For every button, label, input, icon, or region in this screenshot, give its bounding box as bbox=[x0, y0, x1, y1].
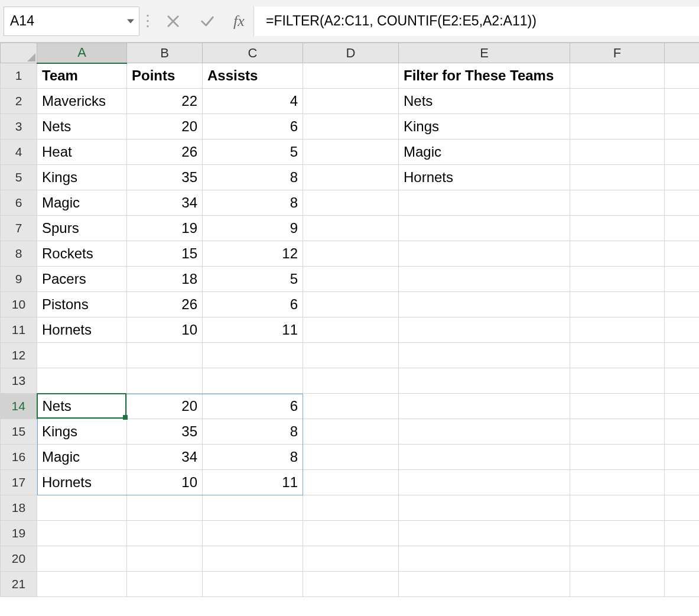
cell[interactable] bbox=[399, 546, 570, 572]
cell[interactable]: 5 bbox=[203, 267, 303, 292]
cell[interactable]: Spurs bbox=[37, 216, 127, 241]
cell[interactable] bbox=[570, 63, 665, 89]
column-header[interactable] bbox=[665, 43, 700, 63]
cell[interactable] bbox=[570, 343, 665, 368]
cell[interactable]: 19 bbox=[127, 216, 203, 241]
cell[interactable] bbox=[303, 317, 399, 343]
row-header[interactable]: 8 bbox=[1, 241, 37, 267]
cell[interactable] bbox=[203, 546, 303, 572]
cell[interactable]: Heat bbox=[37, 140, 127, 165]
cell[interactable]: 15 bbox=[127, 241, 203, 267]
cell[interactable] bbox=[665, 419, 700, 445]
name-box-dropdown-icon[interactable] bbox=[127, 19, 134, 23]
cell[interactable]: 18 bbox=[127, 267, 203, 292]
cell[interactable] bbox=[303, 216, 399, 241]
cell[interactable] bbox=[570, 140, 665, 165]
cell[interactable]: Hornets bbox=[399, 165, 570, 190]
cell[interactable] bbox=[399, 470, 570, 495]
cell[interactable]: Hornets bbox=[37, 317, 127, 343]
cell[interactable] bbox=[570, 317, 665, 343]
cell[interactable] bbox=[665, 267, 700, 292]
cell[interactable] bbox=[665, 470, 700, 495]
cell[interactable] bbox=[665, 546, 700, 572]
cell[interactable] bbox=[303, 470, 399, 495]
cell[interactable] bbox=[570, 267, 665, 292]
cell[interactable]: Team bbox=[37, 63, 127, 89]
cell[interactable]: 20 bbox=[127, 114, 203, 140]
cell[interactable]: Nets bbox=[399, 89, 570, 114]
cell[interactable] bbox=[399, 572, 570, 597]
cell[interactable] bbox=[303, 572, 399, 597]
column-header[interactable]: A bbox=[37, 43, 127, 63]
cell[interactable]: 6 bbox=[203, 394, 303, 419]
cell[interactable] bbox=[570, 89, 665, 114]
cell[interactable] bbox=[570, 521, 665, 546]
cell[interactable] bbox=[570, 572, 665, 597]
column-header[interactable]: B bbox=[127, 43, 203, 63]
cell[interactable]: Kings bbox=[399, 114, 570, 140]
cell[interactable] bbox=[303, 241, 399, 267]
cell[interactable]: 10 bbox=[127, 317, 203, 343]
cell[interactable] bbox=[127, 546, 203, 572]
cell[interactable]: 11 bbox=[203, 317, 303, 343]
cell[interactable] bbox=[570, 292, 665, 317]
cell[interactable]: 8 bbox=[203, 419, 303, 445]
cell[interactable] bbox=[399, 216, 570, 241]
row-header[interactable]: 5 bbox=[1, 165, 37, 190]
cell[interactable] bbox=[665, 216, 700, 241]
cell[interactable]: Points bbox=[127, 63, 203, 89]
cell[interactable]: 8 bbox=[203, 165, 303, 190]
row-header[interactable]: 13 bbox=[1, 368, 37, 394]
cell[interactable] bbox=[303, 521, 399, 546]
cell[interactable] bbox=[127, 495, 203, 521]
row-header[interactable]: 4 bbox=[1, 140, 37, 165]
cell[interactable]: Assists bbox=[203, 63, 303, 89]
cell[interactable]: Filter for These Teams bbox=[399, 63, 570, 89]
cell[interactable] bbox=[570, 241, 665, 267]
row-header[interactable]: 17 bbox=[1, 470, 37, 495]
cell[interactable] bbox=[665, 114, 700, 140]
cell[interactable]: 10 bbox=[127, 470, 203, 495]
cell[interactable]: 22 bbox=[127, 89, 203, 114]
cell[interactable]: Nets bbox=[37, 114, 127, 140]
cell[interactable] bbox=[665, 89, 700, 114]
cell[interactable] bbox=[399, 241, 570, 267]
fx-label[interactable]: fx bbox=[225, 7, 254, 36]
cell[interactable] bbox=[303, 165, 399, 190]
enter-formula-button[interactable] bbox=[190, 7, 225, 36]
cell[interactable]: 34 bbox=[127, 190, 203, 216]
cell[interactable]: Rockets bbox=[37, 241, 127, 267]
cell[interactable] bbox=[665, 165, 700, 190]
cell[interactable]: 26 bbox=[127, 292, 203, 317]
row-header[interactable]: 15 bbox=[1, 419, 37, 445]
cell[interactable] bbox=[399, 495, 570, 521]
cell[interactable] bbox=[399, 292, 570, 317]
cell[interactable] bbox=[203, 495, 303, 521]
cell[interactable] bbox=[303, 394, 399, 419]
row-header[interactable]: 1 bbox=[1, 63, 37, 89]
cell[interactable] bbox=[203, 572, 303, 597]
row-header[interactable]: 20 bbox=[1, 546, 37, 572]
cell[interactable] bbox=[399, 445, 570, 470]
cell[interactable]: 26 bbox=[127, 140, 203, 165]
cell[interactable] bbox=[399, 394, 570, 419]
row-header[interactable]: 11 bbox=[1, 317, 37, 343]
cell[interactable] bbox=[570, 546, 665, 572]
row-header[interactable]: 10 bbox=[1, 292, 37, 317]
cell[interactable] bbox=[203, 343, 303, 368]
cell[interactable] bbox=[665, 394, 700, 419]
cell[interactable] bbox=[665, 521, 700, 546]
column-header[interactable]: F bbox=[570, 43, 665, 63]
cell[interactable]: Mavericks bbox=[37, 89, 127, 114]
cell[interactable] bbox=[303, 343, 399, 368]
cell[interactable]: Nets bbox=[37, 394, 127, 419]
cell[interactable] bbox=[127, 572, 203, 597]
formula-input[interactable]: =FILTER(A2:C11, COUNTIF(E2:E5,A2:A11)) bbox=[254, 7, 699, 36]
cell[interactable]: 6 bbox=[203, 292, 303, 317]
row-header[interactable]: 19 bbox=[1, 521, 37, 546]
cell[interactable]: 35 bbox=[127, 165, 203, 190]
cell[interactable] bbox=[665, 368, 700, 394]
column-header[interactable]: E bbox=[399, 43, 570, 63]
cell[interactable] bbox=[665, 140, 700, 165]
cell[interactable]: 9 bbox=[203, 216, 303, 241]
